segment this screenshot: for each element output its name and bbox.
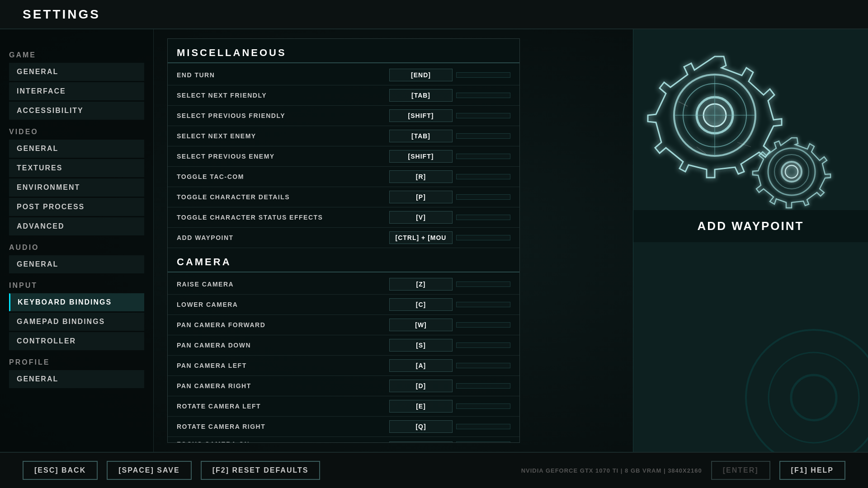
binding-key-select-prev-friendly-primary[interactable]: [SHIFT] [389,109,453,122]
sidebar-item-keyboard-bindings[interactable]: KEYBOARD BINDINGS [9,293,144,311]
binding-key-select-prev-friendly-alt[interactable] [456,113,510,118]
binding-row-toggle-char-details: TOGGLE CHARACTER DETAILS [P] [168,187,519,207]
binding-row-select-next-friendly: SELECT NEXT FRIENDLY [TAB] [168,85,519,106]
sidebar-item-video-general[interactable]: GENERAL [9,140,144,158]
binding-row-end-turn: END TURN [END] [168,65,519,85]
binding-key-pan-camera-forward-primary[interactable]: [W] [389,319,453,331]
binding-name-toggle-char-status: TOGGLE CHARACTER STATUS EFFECTS [177,214,385,221]
background-gear-icon [723,307,868,452]
sidebar-item-video-textures[interactable]: TEXTURES [9,159,144,177]
help-button[interactable]: [F1] HELP [779,461,845,480]
binding-key-end-turn-primary[interactable]: [END] [389,69,453,81]
reset-defaults-button[interactable]: [F2] RESET DEFAULTS [201,461,321,480]
binding-key-raise-camera-alt[interactable] [456,282,510,287]
sidebar-section-input: INPUT [9,282,144,290]
binding-key-toggle-char-status-alt[interactable] [456,215,510,220]
binding-name-rotate-camera-left: ROTATE CAMERA LEFT [177,403,385,410]
binding-key-pan-camera-forward-alt[interactable] [456,322,510,328]
binding-key-end-turn-alt[interactable] [456,72,510,78]
binding-key-toggle-taccom-alt[interactable] [456,174,510,179]
sidebar-item-game-accessibility[interactable]: ACCESSIBILITY [9,102,144,120]
binding-row-rotate-camera-right: ROTATE CAMERA RIGHT [Q] [168,417,519,437]
save-button[interactable]: [SPACE] SAVE [107,461,191,480]
binding-key-focus-camera-alt[interactable] [456,441,510,443]
bindings-panel: MISCELLANEOUS END TURN [END] SELECT NEXT… [167,38,520,443]
binding-name-pan-camera-forward: PAN CAMERA FORWARD [177,321,385,328]
binding-key-lower-camera-alt[interactable] [456,302,510,307]
svg-point-13 [746,330,868,452]
camera-section-header: CAMERA [168,248,519,272]
binding-name-select-next-friendly: SELECT NEXT FRIENDLY [177,92,385,99]
back-button[interactable]: [ESC] BACK [23,461,98,480]
right-panel-action-label: ADD WAYPOINT [633,210,868,242]
binding-row-pan-camera-right: PAN CAMERA RIGHT [D] [168,376,519,396]
binding-key-select-prev-enemy-primary[interactable]: [SHIFT] [389,150,453,163]
binding-name-select-prev-enemy: SELECT PREVIOUS ENEMY [177,153,385,160]
binding-key-pan-camera-right-primary[interactable]: [D] [389,380,453,392]
binding-row-pan-camera-left: PAN CAMERA LEFT [A] [168,356,519,376]
binding-key-select-next-enemy-alt[interactable] [456,133,510,139]
binding-row-rotate-camera-left: ROTATE CAMERA LEFT [E] [168,396,519,417]
binding-key-pan-camera-left-primary[interactable]: [A] [389,359,453,372]
binding-key-pan-camera-down-primary[interactable]: [S] [389,339,453,352]
binding-row-focus-camera: FOCUS CAMERA ON [168,437,519,443]
binding-name-toggle-taccom: TOGGLE TAC-COM [177,173,385,180]
bottom-bar: [ESC] BACK [SPACE] SAVE [F2] RESET DEFAU… [0,452,868,488]
sidebar-item-game-general[interactable]: GENERAL [9,63,144,81]
gpu-info-label: NVIDIA GEFORCE GTX 1070 TI | 8 GB VRAM |… [521,467,702,474]
enter-button[interactable]: [ENTER] [711,461,770,480]
sidebar-item-gamepad-bindings[interactable]: GAMEPAD BINDINGS [9,313,144,331]
sidebar-item-video-environment[interactable]: ENVIRONMENT [9,178,144,197]
binding-key-select-prev-enemy-alt[interactable] [456,154,510,159]
gear-icon [642,38,859,210]
binding-name-lower-camera: LOWER CAMERA [177,301,385,308]
binding-name-rotate-camera-right: ROTATE CAMERA RIGHT [177,423,385,430]
binding-key-rotate-camera-right-primary[interactable]: [Q] [389,420,453,433]
binding-key-select-next-friendly-alt[interactable] [456,93,510,98]
binding-name-focus-camera: FOCUS CAMERA ON [177,441,385,443]
binding-row-pan-camera-forward: PAN CAMERA FORWARD [W] [168,315,519,335]
binding-key-rotate-camera-left-alt[interactable] [456,404,510,409]
binding-key-add-waypoint-primary[interactable]: [CTRL] + [MOU [389,231,453,244]
binding-key-select-next-enemy-primary[interactable]: [TAB] [389,130,453,142]
binding-name-raise-camera: RAISE CAMERA [177,281,385,288]
sidebar: GAME GENERAL INTERFACE ACCESSIBILITY VID… [0,29,154,452]
binding-row-toggle-char-status: TOGGLE CHARACTER STATUS EFFECTS [V] [168,207,519,228]
binding-name-select-next-enemy: SELECT NEXT ENEMY [177,132,385,140]
binding-row-lower-camera: LOWER CAMERA [C] [168,295,519,315]
sidebar-section-audio: AUDIO [9,244,144,252]
binding-key-raise-camera-primary[interactable]: [Z] [389,278,453,291]
binding-row-toggle-taccom: TOGGLE TAC-COM [R] [168,167,519,187]
binding-row-select-prev-friendly: SELECT PREVIOUS FRIENDLY [SHIFT] [168,106,519,126]
binding-key-add-waypoint-alt[interactable] [456,235,510,240]
binding-row-pan-camera-down: PAN CAMERA DOWN [S] [168,335,519,356]
sidebar-item-video-advanced[interactable]: ADVANCED [9,217,144,235]
binding-key-rotate-camera-right-alt[interactable] [456,424,510,429]
binding-key-lower-camera-primary[interactable]: [C] [389,298,453,311]
binding-key-toggle-taccom-primary[interactable]: [R] [389,170,453,183]
main-content: GAME GENERAL INTERFACE ACCESSIBILITY VID… [0,29,868,452]
page-title: SETTINGS [23,7,100,22]
svg-point-14 [769,352,859,443]
binding-name-add-waypoint: ADD WAYPOINT [177,234,385,241]
sidebar-item-game-interface[interactable]: INTERFACE [9,82,144,100]
binding-key-pan-camera-down-alt[interactable] [456,343,510,348]
bottom-right-section: NVIDIA GEFORCE GTX 1070 TI | 8 GB VRAM |… [521,461,845,480]
sidebar-item-profile-general[interactable]: GENERAL [9,370,144,388]
binding-key-toggle-char-status-primary[interactable]: [V] [389,211,453,224]
binding-key-pan-camera-right-alt[interactable] [456,383,510,389]
sidebar-item-video-postprocess[interactable]: POST PROCESS [9,198,144,216]
top-bar: SETTINGS [0,0,868,29]
svg-point-15 [791,375,836,420]
sidebar-item-audio-general[interactable]: GENERAL [9,255,144,273]
binding-name-end-turn: END TURN [177,71,385,79]
binding-key-rotate-camera-left-primary[interactable]: [E] [389,400,453,413]
binding-key-toggle-char-details-primary[interactable]: [P] [389,191,453,203]
sidebar-section-profile: PROFILE [9,358,144,366]
binding-key-select-next-friendly-primary[interactable]: [TAB] [389,89,453,102]
binding-name-pan-camera-down: PAN CAMERA DOWN [177,342,385,349]
binding-key-pan-camera-left-alt[interactable] [456,363,510,368]
binding-key-focus-camera-primary[interactable] [389,441,453,443]
sidebar-item-controller[interactable]: CONTROLLER [9,332,144,350]
binding-key-toggle-char-details-alt[interactable] [456,194,510,200]
